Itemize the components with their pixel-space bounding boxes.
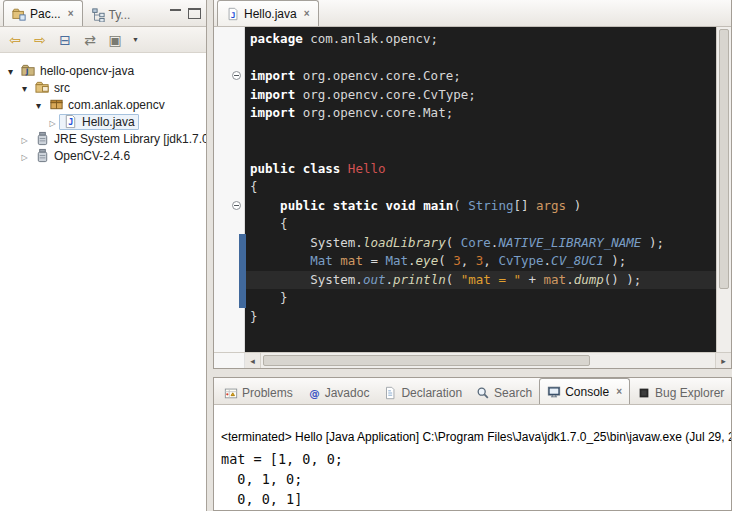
back-button[interactable]: ⇦	[4, 30, 26, 50]
tree-item-content[interactable]: com.anlak.opencv	[45, 97, 169, 113]
tree-item-label: OpenCV-2.4.6	[54, 149, 130, 163]
tab-label: Hello.java	[244, 7, 297, 21]
code-line-4: import org.opencv.core.CvType;	[250, 86, 716, 105]
view-tab-ty[interactable]: Ty...	[83, 4, 139, 26]
package-explorer-toolbar: ⇦⇨⊟⇄▣▼	[0, 27, 206, 53]
code-line-9: {	[250, 178, 716, 197]
tree-item-label: JRE System Library [jdk1.7.0	[54, 132, 206, 146]
fold-collapse-marker[interactable]	[232, 201, 241, 210]
tree-item-src[interactable]: src	[0, 79, 206, 96]
editor-body: package com.anlak.opencv;import org.open…	[214, 27, 731, 352]
forward-button[interactable]: ⇨	[29, 30, 51, 50]
editor-horizontal-scrollbar[interactable]	[245, 353, 731, 368]
tree-item-content[interactable]: JHello.java	[59, 114, 139, 130]
search-icon	[476, 386, 490, 400]
tree-item-hello-opencv-java[interactable]: Jhello-opencv-java	[0, 62, 206, 79]
code-line-15: }	[250, 289, 716, 308]
annotation-ruler[interactable]	[214, 27, 229, 352]
close-icon[interactable]	[304, 9, 310, 19]
minimize-view-icon[interactable]	[169, 8, 182, 19]
collapse-all-button[interactable]: ⊟	[54, 30, 76, 50]
scroll-left-arrow-icon[interactable]	[245, 353, 261, 368]
view-tab-bug-explorer[interactable]: Bug Explorer	[630, 382, 731, 404]
console-tabbar: Problems@JavadocDeclarationSearchConsole…	[214, 378, 731, 405]
hscroll-thumb[interactable]	[263, 355, 590, 366]
tab-label: Bug Explorer	[655, 386, 724, 400]
tree-item-content[interactable]: JRE System Library [jdk1.7.0	[31, 131, 206, 147]
editor-area: JHello.java package com.anlak.opencv;imp…	[213, 0, 732, 369]
view-tab-problems[interactable]: Problems	[217, 382, 300, 404]
view-menu-button[interactable]: ▼	[129, 30, 142, 50]
view-tab-declaration[interactable]: Declaration	[376, 382, 469, 404]
fold-collapse-marker[interactable]	[232, 71, 241, 80]
editor-tab-hello-java[interactable]: JHello.java	[217, 0, 319, 26]
close-icon[interactable]	[68, 9, 74, 19]
view-window-buttons	[164, 8, 206, 19]
collapse-arrow-icon[interactable]	[18, 81, 31, 95]
layout-button[interactable]: ▣	[104, 30, 126, 50]
console-tabs: Problems@JavadocDeclarationSearchConsole…	[214, 378, 731, 404]
code-line-12: System.loadLibrary( Core.NATIVE_LIBRARY_…	[250, 234, 716, 253]
type-hierarchy-icon	[91, 8, 105, 22]
code-line-8: public class Hello	[250, 160, 716, 179]
tab-label: Pac...	[30, 7, 61, 21]
editor-tabs: JHello.java	[214, 0, 319, 26]
editor-tabbar: JHello.java	[214, 0, 731, 27]
link-with-editor-button[interactable]: ⇄	[79, 30, 101, 50]
problems-icon	[224, 386, 238, 400]
java-file-icon: J	[63, 114, 78, 129]
tree-item-content[interactable]: Jhello-opencv-java	[17, 63, 138, 79]
tree-item-jre-system-library-jdk1-7-0[interactable]: JRE System Library [jdk1.7.0	[0, 130, 206, 147]
java-file-icon: J	[226, 7, 240, 21]
tab-label: Ty...	[109, 8, 131, 22]
close-icon[interactable]	[616, 387, 622, 397]
editor-vertical-scrollbar[interactable]	[716, 27, 731, 352]
code-line-10: public static void main( String[] args )	[250, 197, 716, 216]
tree-item-content[interactable]: src	[31, 80, 74, 96]
expand-arrow-icon[interactable]	[18, 149, 31, 163]
svg-text:J: J	[231, 10, 236, 19]
javadoc-icon: @	[307, 386, 321, 400]
declaration-icon	[383, 386, 397, 400]
code-line-16: }	[250, 308, 716, 327]
collapse-arrow-icon[interactable]	[32, 98, 45, 112]
hscroll-track[interactable]	[261, 353, 715, 368]
maximize-view-icon[interactable]	[188, 8, 201, 19]
console-output-line: 0, 1, 0;	[221, 469, 731, 489]
code-line-11: {	[250, 215, 716, 234]
code-line-13: Mat mat = Mat.eye( 3, 3, CvType.CV_8UC1 …	[250, 252, 716, 271]
tree-item-opencv-2-4-6[interactable]: OpenCV-2.4.6	[0, 147, 206, 164]
tab-label: Console	[565, 385, 609, 399]
eclipse-workbench: Pac...Ty... ⇦⇨⊟⇄▣▼ Jhello-opencv-javasrc…	[0, 0, 732, 511]
tree-item-content[interactable]: OpenCV-2.4.6	[31, 148, 134, 164]
ruler-corner	[214, 353, 245, 368]
expand-arrow-icon[interactable]	[46, 115, 59, 129]
console-status-line: <terminated> Hello [Java Application] C:…	[221, 430, 731, 444]
tab-label: Search	[494, 386, 532, 400]
view-tab-pac[interactable]: Pac...	[3, 0, 83, 26]
tree-item-label: com.anlak.opencv	[68, 98, 165, 112]
library-icon	[35, 131, 50, 146]
code-editor[interactable]: package com.anlak.opencv;import org.open…	[245, 27, 716, 352]
vscroll-thumb[interactable]	[719, 29, 729, 289]
collapse-arrow-icon[interactable]	[4, 64, 17, 78]
console-output[interactable]: mat = [1, 0, 0; 0, 1, 0; 0, 0, 1]	[221, 449, 731, 509]
project-tree: Jhello-opencv-javasrccom.anlak.opencvJHe…	[0, 53, 206, 511]
expand-arrow-icon[interactable]	[18, 132, 31, 146]
code-line-1: package com.anlak.opencv;	[250, 30, 716, 49]
console-icon	[547, 385, 561, 399]
view-tab-search[interactable]: Search	[469, 382, 539, 404]
package-explorer-view: Pac...Ty... ⇦⇨⊟⇄▣▼ Jhello-opencv-javasrc…	[0, 0, 207, 511]
java-project-icon: J	[21, 63, 36, 78]
console-output-line: mat = [1, 0, 0;	[221, 449, 731, 469]
tree-item-hello-java[interactable]: JHello.java	[0, 113, 206, 130]
code-line-6	[250, 123, 716, 142]
package-explorer-tabbar: Pac...Ty...	[0, 0, 206, 27]
tree-item-com-anlak-opencv[interactable]: com.anlak.opencv	[0, 96, 206, 113]
view-tab-javadoc[interactable]: @Javadoc	[300, 382, 377, 404]
src-folder-icon	[35, 80, 50, 95]
view-tab-console[interactable]: Console	[539, 378, 630, 404]
tree-item-label: src	[54, 81, 70, 95]
code-line-2	[250, 49, 716, 68]
scroll-right-arrow-icon[interactable]	[715, 353, 731, 368]
